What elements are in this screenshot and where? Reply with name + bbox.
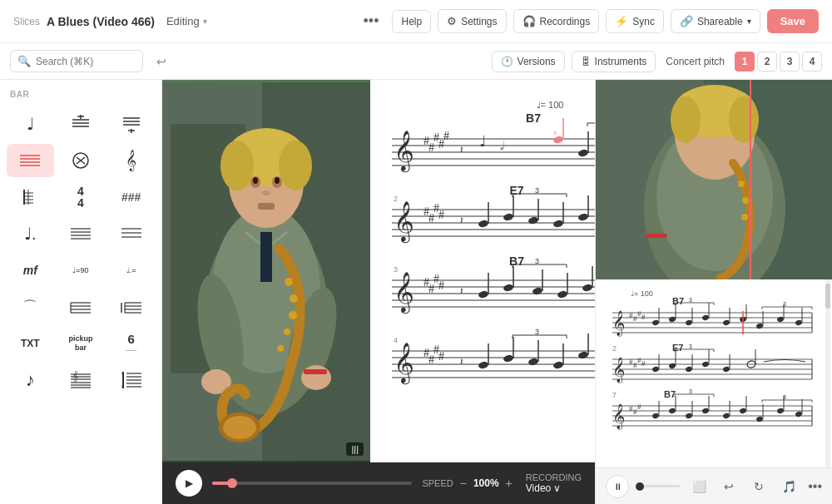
sidebar-item-add-staff-below[interactable]	[107, 107, 155, 141]
versions-button[interactable]: 🕐 Versions	[492, 51, 565, 72]
dotted-note-icon: ♩.	[24, 225, 37, 242]
sidebar-item-key-sig[interactable]: ###	[107, 180, 155, 214]
play-button[interactable]: ▶	[176, 470, 202, 497]
pitch-num-4[interactable]: 4	[802, 52, 822, 72]
svg-point-134	[527, 216, 539, 225]
sidebar-item-txt[interactable]: TXT	[7, 327, 54, 360]
speed-label: SPEED	[422, 478, 453, 488]
svg-text:♯: ♯	[553, 129, 557, 137]
mini-loop-button[interactable]: ↻	[748, 476, 770, 497]
svg-point-81	[277, 345, 284, 352]
shareable-button[interactable]: 🔗 Shareable ▾	[671, 9, 760, 33]
progress-bar[interactable]	[212, 482, 412, 485]
settings-label: Settings	[461, 16, 497, 27]
sidebar-item-tempo-dotted[interactable]: ♩.=	[107, 254, 155, 287]
sidebar-item-num6[interactable]: 6 ──	[107, 327, 155, 360]
svg-point-288	[685, 413, 692, 419]
sidebar-item-quarter-note[interactable]: ♩	[7, 107, 54, 141]
sidebar-section-title-bar: BAR	[0, 86, 161, 104]
speed-minus-button[interactable]: −	[457, 475, 470, 492]
svg-point-193	[552, 361, 564, 370]
sidebar-bar-section: BAR ♩	[0, 80, 161, 403]
sidebar-item-bracket[interactable]	[107, 363, 155, 397]
treble-clef-icon: 𝄞	[126, 151, 136, 170]
sidebar-item-lines1[interactable]	[57, 290, 105, 324]
mini-pause-button[interactable]: ⏸	[606, 475, 629, 498]
recording-select[interactable]: Video ∨	[526, 482, 561, 494]
sync-button[interactable]: ⚡ Sync	[606, 9, 664, 33]
video-badge: |||	[346, 442, 364, 456]
svg-rect-212	[646, 234, 667, 238]
svg-text:#: #	[438, 279, 444, 292]
sidebar-item-treble-clef[interactable]: 𝄞	[107, 144, 155, 177]
sidebar-item-stave2[interactable]	[107, 217, 155, 250]
sidebar-item-mf[interactable]: mf	[7, 254, 54, 287]
slices-label: Slices	[13, 16, 40, 27]
sidebar-item-bars[interactable]	[7, 144, 54, 177]
sidebar-item-add-staff-above[interactable]	[57, 107, 105, 141]
pitch-num-3[interactable]: 3	[780, 52, 800, 72]
help-button[interactable]: Help	[392, 10, 431, 33]
sidebar-item-time-sig[interactable]: 4 4	[57, 180, 105, 214]
sidebar-item-lines2[interactable]	[107, 290, 155, 324]
sidebar-item-dotted-note[interactable]: ♩.	[7, 217, 54, 250]
headphone-icon: 🎧	[522, 15, 536, 27]
sidebar-item-tempo90[interactable]: ♩=90	[57, 254, 105, 287]
svg-point-268	[722, 366, 730, 373]
sidebar-item-no-entry[interactable]	[57, 144, 105, 177]
loop-icon: ↻	[754, 480, 764, 493]
svg-point-62	[220, 141, 254, 190]
svg-point-211	[741, 214, 748, 220]
svg-rect-74	[304, 369, 327, 374]
sliders-icon: 🎛	[581, 56, 591, 67]
svg-text:3: 3	[689, 388, 692, 394]
more-options-button[interactable]: •••	[357, 9, 386, 33]
mini-more-button[interactable]: •••	[808, 479, 822, 494]
score-svg: ♩= 100 B7 𝄞 #	[384, 93, 595, 459]
svg-text:𝄞: 𝄞	[612, 357, 625, 383]
editing-button[interactable]: Editing ▾	[161, 12, 212, 31]
mini-music-button[interactable]: 🎵	[778, 476, 800, 497]
num6-icon: 6	[127, 333, 134, 345]
svg-point-293	[722, 413, 730, 419]
svg-point-79	[289, 311, 297, 319]
video-image	[162, 80, 370, 462]
sidebar-item-fermata[interactable]: ⌒	[7, 290, 54, 324]
svg-point-240	[776, 316, 784, 323]
svg-point-76	[223, 416, 256, 439]
shareable-chevron-icon: ▾	[747, 17, 751, 26]
stave1-icon	[69, 225, 92, 242]
sidebar-item-grand-staff[interactable]: 𝄞	[57, 363, 105, 397]
right-video-image	[596, 80, 832, 279]
instruments-button[interactable]: 🎛 Instruments	[572, 51, 656, 72]
mini-undo-button[interactable]: ↩	[718, 476, 740, 497]
add-staff-above-icon	[69, 115, 92, 133]
search-input[interactable]	[36, 56, 136, 67]
sidebar-item-eighth-note[interactable]: ♪	[7, 363, 54, 397]
svg-point-195	[577, 351, 589, 360]
save-button[interactable]: Save	[767, 9, 819, 33]
svg-text:𝄞: 𝄞	[394, 343, 414, 385]
top-bar: Slices A Blues (Video 466) Editing ▾ •••…	[0, 0, 832, 43]
sidebar-item-double-bar[interactable]	[7, 180, 54, 214]
recordings-button[interactable]: 🎧 Recordings	[513, 9, 600, 33]
undo-button[interactable]: ↩	[150, 52, 173, 72]
pitch-num-1[interactable]: 1	[735, 52, 755, 72]
settings-button[interactable]: ⚙ Settings	[438, 9, 506, 33]
versions-label: Versions	[518, 56, 556, 67]
svg-point-261	[668, 363, 676, 369]
svg-point-63	[279, 141, 312, 190]
undo-icon: ↩	[724, 480, 734, 493]
sidebar-item-stave1[interactable]	[57, 217, 105, 250]
svg-point-67	[275, 177, 280, 184]
sidebar-item-pickup-bar[interactable]: pickupbar	[57, 327, 105, 360]
video-score-container: ||| ♩= 100 B7	[162, 80, 595, 462]
pitch-num-2[interactable]: 2	[757, 52, 777, 72]
right-scrollbar[interactable]	[825, 279, 830, 467]
top-bar-left: Slices A Blues (Video 466) Editing ▾	[13, 12, 350, 31]
sync-icon: ⚡	[615, 15, 628, 27]
quarter-note-icon: ♩	[27, 116, 34, 132]
mini-screen-button[interactable]: ⬜	[688, 476, 710, 497]
speed-plus-button[interactable]: +	[503, 475, 516, 492]
mini-progress-bar[interactable]	[637, 485, 680, 487]
